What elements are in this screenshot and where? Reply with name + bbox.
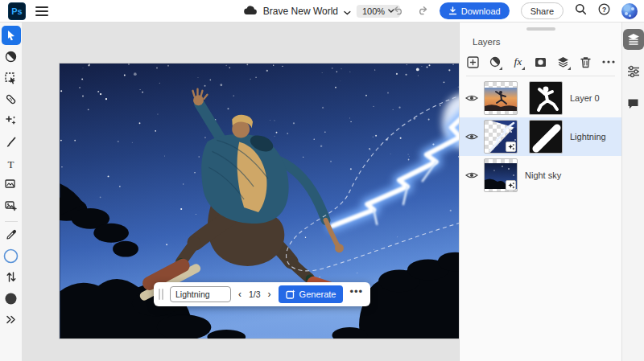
select-subject-icon — [5, 72, 17, 84]
layer-group-button[interactable] — [557, 54, 570, 70]
previous-variation-button[interactable]: ‹ — [237, 289, 242, 299]
zoom-value: 100% — [362, 6, 385, 16]
add-layer-button[interactable] — [466, 54, 479, 70]
circle-outline-icon — [3, 248, 19, 264]
layer-thumbnail[interactable] — [484, 81, 518, 115]
foreground-color-swatch[interactable] — [2, 289, 21, 308]
eyedropper-tool[interactable] — [2, 225, 21, 244]
add-photo-icon — [5, 200, 17, 211]
document-menu-chevron-icon[interactable] — [344, 4, 351, 18]
redo-icon[interactable] — [416, 4, 428, 18]
generate-icon — [286, 289, 295, 299]
layers-panel-title: Layers — [473, 37, 501, 47]
comments-panel-tab[interactable] — [623, 93, 644, 114]
layer-name: Layer 0 — [570, 93, 600, 103]
generative-prompt-bar: ‹ 1/3 › Generate ••• — [154, 282, 370, 306]
magic-remove-icon — [5, 115, 17, 127]
svg-text:T: T — [8, 158, 14, 169]
layer-name: Lightning — [570, 132, 606, 142]
layer-row-nightsky[interactable]: Night sky — [460, 156, 621, 195]
search-icon[interactable] — [575, 3, 587, 18]
adjustment-button[interactable] — [489, 54, 502, 70]
top-bar: Ps Brave New World 100% — [0, 0, 644, 23]
delete-layer-button[interactable] — [580, 54, 592, 70]
layer-thumbnail[interactable] — [484, 120, 518, 154]
bandaid-icon — [5, 93, 17, 105]
panel-rail — [621, 23, 644, 361]
eyedropper-icon — [6, 229, 17, 240]
swap-arrows-icon — [6, 271, 16, 283]
next-variation-button[interactable]: › — [267, 289, 272, 299]
remove-tool[interactable] — [2, 111, 21, 130]
add-image-tool[interactable] — [2, 196, 21, 215]
move-cursor-icon — [6, 30, 16, 41]
visibility-eye-icon[interactable] — [460, 93, 484, 103]
mask-icon — [535, 57, 547, 68]
help-icon[interactable]: ? — [598, 3, 610, 18]
more-tools-button[interactable] — [2, 310, 21, 330]
type-icon: T — [6, 158, 16, 169]
tools-sidebar: T — [0, 23, 23, 361]
cloud-sync-icon — [244, 4, 258, 18]
hamburger-menu-icon[interactable] — [35, 6, 48, 16]
tonal-adjust-tool[interactable] — [2, 47, 21, 67]
panel-drag-handle[interactable] — [526, 27, 555, 31]
download-icon — [448, 6, 457, 15]
layers-panel-tab[interactable] — [623, 29, 644, 50]
generated-badge-icon — [506, 180, 516, 191]
color-swatch-icon — [4, 292, 18, 306]
add-mask-button[interactable] — [534, 54, 547, 70]
photoshop-web-app: Ps Brave New World 100% — [0, 0, 644, 361]
visibility-eye-icon[interactable] — [460, 132, 484, 142]
prompt-bar-drag-handle[interactable] — [159, 289, 163, 300]
sliders-icon — [627, 65, 640, 78]
layer-row-layer0[interactable]: Layer 0 — [460, 79, 621, 117]
download-button[interactable]: Download — [440, 2, 510, 19]
svg-text:?: ? — [602, 6, 606, 14]
brush-size-indicator[interactable] — [2, 246, 21, 265]
add-layer-icon — [467, 56, 479, 68]
layers-panel: Layers fx — [459, 23, 621, 361]
generate-button[interactable]: Generate — [279, 285, 344, 303]
panel-divider — [466, 76, 615, 76]
object-selection-tool[interactable] — [2, 68, 21, 88]
layer-mask-thumbnail[interactable] — [529, 81, 563, 115]
half-circle-icon — [5, 51, 17, 63]
share-button[interactable]: Share — [521, 2, 564, 19]
layers-panel-toolbar: fx — [466, 50, 615, 74]
visibility-eye-icon[interactable] — [460, 170, 484, 180]
toolbar-divider — [5, 221, 18, 222]
layer-list: Layer 0 — [460, 79, 621, 195]
image-edit-icon — [5, 179, 17, 190]
ellipsis-icon — [602, 60, 615, 64]
undo-icon[interactable] — [393, 4, 405, 18]
variation-counter: 1/3 — [249, 289, 261, 299]
double-chevron-icon — [6, 315, 16, 324]
comment-icon — [627, 98, 639, 109]
document-title[interactable]: Brave New World — [263, 6, 338, 17]
brush-icon — [6, 137, 17, 148]
swap-colors-control[interactable] — [2, 268, 21, 287]
prompt-more-options-button[interactable]: ••• — [349, 289, 363, 300]
layer-thumbnail[interactable] — [484, 158, 518, 192]
photoshop-logo: Ps — [8, 2, 26, 20]
healing-brush-tool[interactable] — [2, 90, 21, 109]
layer-name: Night sky — [525, 170, 561, 180]
type-tool[interactable]: T — [2, 154, 21, 173]
layers-panel-icon — [627, 33, 640, 46]
layers-more-options-button[interactable] — [602, 54, 615, 70]
layer-effects-button[interactable]: fx — [511, 54, 524, 70]
prompt-input[interactable] — [170, 286, 231, 302]
brush-tool[interactable] — [2, 133, 21, 152]
generated-badge-icon — [506, 142, 516, 152]
adjustments-panel-tab[interactable] — [623, 61, 644, 82]
image-tool[interactable] — [2, 175, 21, 195]
user-avatar[interactable] — [621, 3, 638, 19]
canvas-workspace — [23, 23, 459, 361]
layer-mask-thumbnail[interactable] — [529, 120, 563, 154]
trash-icon — [580, 56, 591, 68]
move-tool[interactable] — [2, 26, 21, 45]
layer-row-lightning[interactable]: Lightning — [460, 117, 621, 156]
